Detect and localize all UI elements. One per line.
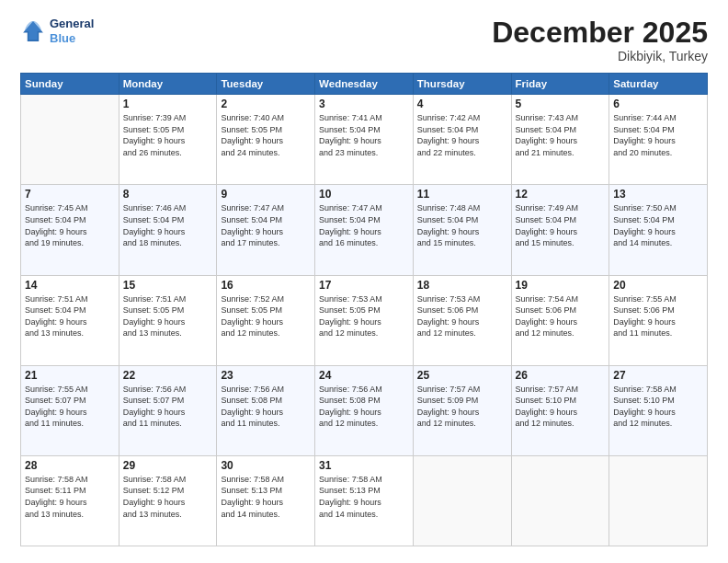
day-number: 23 bbox=[221, 369, 311, 382]
day-info: Sunrise: 7:58 AMSunset: 5:13 PMDaylight:… bbox=[221, 474, 311, 520]
calendar-cell: 6Sunrise: 7:44 AMSunset: 5:04 PMDaylight… bbox=[609, 95, 708, 185]
logo-text: General Blue bbox=[50, 17, 94, 45]
calendar-cell: 20Sunrise: 7:55 AMSunset: 5:06 PMDayligh… bbox=[609, 275, 708, 365]
calendar-cell: 2Sunrise: 7:40 AMSunset: 5:05 PMDaylight… bbox=[217, 95, 315, 185]
day-info: Sunrise: 7:49 AMSunset: 5:04 PMDaylight:… bbox=[516, 202, 606, 248]
day-number: 3 bbox=[319, 98, 409, 110]
calendar-cell bbox=[609, 455, 708, 546]
day-info: Sunrise: 7:47 AMSunset: 5:04 PMDaylight:… bbox=[319, 202, 409, 248]
col-saturday: Saturday bbox=[609, 74, 708, 95]
day-info: Sunrise: 7:56 AMSunset: 5:07 PMDaylight:… bbox=[123, 384, 213, 430]
logo: General Blue bbox=[20, 17, 94, 45]
calendar-cell: 16Sunrise: 7:52 AMSunset: 5:05 PMDayligh… bbox=[217, 275, 315, 365]
logo-icon bbox=[20, 18, 46, 44]
day-info: Sunrise: 7:39 AMSunset: 5:05 PMDaylight:… bbox=[123, 112, 213, 158]
day-number: 29 bbox=[123, 459, 213, 472]
calendar-cell: 9Sunrise: 7:47 AMSunset: 5:04 PMDaylight… bbox=[217, 185, 315, 275]
calendar-cell: 22Sunrise: 7:56 AMSunset: 5:07 PMDayligh… bbox=[119, 365, 217, 455]
calendar-cell bbox=[21, 95, 119, 185]
day-number: 26 bbox=[516, 369, 606, 382]
day-number: 21 bbox=[25, 369, 115, 382]
day-number: 24 bbox=[319, 369, 409, 382]
calendar-cell: 27Sunrise: 7:58 AMSunset: 5:10 PMDayligh… bbox=[609, 365, 708, 455]
page: General Blue December 2025 Dikbiyik, Tur… bbox=[0, 0, 728, 563]
month-title: December 2025 bbox=[492, 17, 708, 49]
day-number: 27 bbox=[613, 369, 703, 382]
calendar-cell: 12Sunrise: 7:49 AMSunset: 5:04 PMDayligh… bbox=[511, 185, 609, 275]
day-number: 8 bbox=[123, 188, 213, 201]
calendar-cell: 3Sunrise: 7:41 AMSunset: 5:04 PMDaylight… bbox=[315, 95, 414, 185]
day-info: Sunrise: 7:40 AMSunset: 5:05 PMDaylight:… bbox=[221, 112, 311, 158]
day-number: 4 bbox=[417, 98, 507, 110]
day-info: Sunrise: 7:51 AMSunset: 5:04 PMDaylight:… bbox=[25, 293, 115, 339]
day-number: 19 bbox=[516, 279, 606, 292]
day-number: 18 bbox=[417, 279, 507, 292]
calendar-cell: 18Sunrise: 7:53 AMSunset: 5:06 PMDayligh… bbox=[413, 275, 511, 365]
day-info: Sunrise: 7:52 AMSunset: 5:05 PMDaylight:… bbox=[221, 293, 311, 339]
day-info: Sunrise: 7:44 AMSunset: 5:04 PMDaylight:… bbox=[613, 112, 703, 158]
calendar-cell: 1Sunrise: 7:39 AMSunset: 5:05 PMDaylight… bbox=[119, 95, 217, 185]
calendar-cell: 25Sunrise: 7:57 AMSunset: 5:09 PMDayligh… bbox=[413, 365, 511, 455]
day-info: Sunrise: 7:55 AMSunset: 5:07 PMDaylight:… bbox=[25, 384, 115, 430]
logo-line2: Blue bbox=[50, 31, 94, 46]
calendar-cell: 23Sunrise: 7:56 AMSunset: 5:08 PMDayligh… bbox=[217, 365, 315, 455]
day-number: 17 bbox=[319, 279, 409, 292]
day-info: Sunrise: 7:53 AMSunset: 5:05 PMDaylight:… bbox=[319, 293, 409, 339]
calendar-cell: 13Sunrise: 7:50 AMSunset: 5:04 PMDayligh… bbox=[609, 185, 708, 275]
day-info: Sunrise: 7:51 AMSunset: 5:05 PMDaylight:… bbox=[123, 293, 213, 339]
title-block: December 2025 Dikbiyik, Turkey bbox=[492, 17, 708, 63]
day-number: 2 bbox=[221, 98, 311, 110]
day-number: 25 bbox=[417, 369, 507, 382]
day-info: Sunrise: 7:48 AMSunset: 5:04 PMDaylight:… bbox=[417, 202, 507, 248]
calendar-cell: 17Sunrise: 7:53 AMSunset: 5:05 PMDayligh… bbox=[315, 275, 414, 365]
calendar-cell: 15Sunrise: 7:51 AMSunset: 5:05 PMDayligh… bbox=[119, 275, 217, 365]
day-info: Sunrise: 7:54 AMSunset: 5:06 PMDaylight:… bbox=[516, 293, 606, 339]
day-number: 10 bbox=[319, 188, 409, 201]
calendar-cell: 21Sunrise: 7:55 AMSunset: 5:07 PMDayligh… bbox=[21, 365, 119, 455]
day-number: 5 bbox=[516, 98, 606, 110]
day-info: Sunrise: 7:47 AMSunset: 5:04 PMDaylight:… bbox=[221, 202, 311, 248]
day-number: 14 bbox=[25, 279, 115, 292]
day-info: Sunrise: 7:45 AMSunset: 5:04 PMDaylight:… bbox=[25, 202, 115, 248]
calendar-week-4: 21Sunrise: 7:55 AMSunset: 5:07 PMDayligh… bbox=[21, 365, 708, 455]
day-info: Sunrise: 7:57 AMSunset: 5:09 PMDaylight:… bbox=[417, 384, 507, 430]
day-info: Sunrise: 7:42 AMSunset: 5:04 PMDaylight:… bbox=[417, 112, 507, 158]
calendar-cell: 4Sunrise: 7:42 AMSunset: 5:04 PMDaylight… bbox=[413, 95, 511, 185]
day-info: Sunrise: 7:58 AMSunset: 5:12 PMDaylight:… bbox=[123, 474, 213, 520]
day-info: Sunrise: 7:55 AMSunset: 5:06 PMDaylight:… bbox=[613, 293, 703, 339]
day-number: 7 bbox=[25, 188, 115, 201]
day-info: Sunrise: 7:58 AMSunset: 5:10 PMDaylight:… bbox=[613, 384, 703, 430]
day-number: 20 bbox=[613, 279, 703, 292]
day-number: 13 bbox=[613, 188, 703, 201]
calendar-cell: 10Sunrise: 7:47 AMSunset: 5:04 PMDayligh… bbox=[315, 185, 414, 275]
day-number: 1 bbox=[123, 98, 213, 110]
calendar-week-3: 14Sunrise: 7:51 AMSunset: 5:04 PMDayligh… bbox=[21, 275, 708, 365]
day-number: 28 bbox=[25, 459, 115, 472]
day-info: Sunrise: 7:56 AMSunset: 5:08 PMDaylight:… bbox=[221, 384, 311, 430]
header: General Blue December 2025 Dikbiyik, Tur… bbox=[20, 17, 708, 63]
day-info: Sunrise: 7:56 AMSunset: 5:08 PMDaylight:… bbox=[319, 384, 409, 430]
calendar-week-2: 7Sunrise: 7:45 AMSunset: 5:04 PMDaylight… bbox=[21, 185, 708, 275]
calendar-cell: 28Sunrise: 7:58 AMSunset: 5:11 PMDayligh… bbox=[21, 455, 119, 546]
col-friday: Friday bbox=[511, 74, 609, 95]
calendar-week-5: 28Sunrise: 7:58 AMSunset: 5:11 PMDayligh… bbox=[21, 455, 708, 546]
calendar-cell: 8Sunrise: 7:46 AMSunset: 5:04 PMDaylight… bbox=[119, 185, 217, 275]
col-sunday: Sunday bbox=[21, 74, 119, 95]
calendar-cell: 19Sunrise: 7:54 AMSunset: 5:06 PMDayligh… bbox=[511, 275, 609, 365]
calendar-cell: 26Sunrise: 7:57 AMSunset: 5:10 PMDayligh… bbox=[511, 365, 609, 455]
day-number: 9 bbox=[221, 188, 311, 201]
day-number: 31 bbox=[319, 459, 409, 472]
day-number: 16 bbox=[221, 279, 311, 292]
calendar-cell: 11Sunrise: 7:48 AMSunset: 5:04 PMDayligh… bbox=[413, 185, 511, 275]
col-thursday: Thursday bbox=[413, 74, 511, 95]
day-number: 6 bbox=[613, 98, 703, 110]
day-info: Sunrise: 7:41 AMSunset: 5:04 PMDaylight:… bbox=[319, 112, 409, 158]
day-info: Sunrise: 7:58 AMSunset: 5:13 PMDaylight:… bbox=[319, 474, 409, 520]
logo-line1: General bbox=[50, 17, 94, 31]
col-tuesday: Tuesday bbox=[217, 74, 315, 95]
location-subtitle: Dikbiyik, Turkey bbox=[492, 49, 708, 63]
col-monday: Monday bbox=[119, 74, 217, 95]
day-info: Sunrise: 7:43 AMSunset: 5:04 PMDaylight:… bbox=[516, 112, 606, 158]
header-row: Sunday Monday Tuesday Wednesday Thursday… bbox=[21, 74, 708, 95]
col-wednesday: Wednesday bbox=[315, 74, 414, 95]
